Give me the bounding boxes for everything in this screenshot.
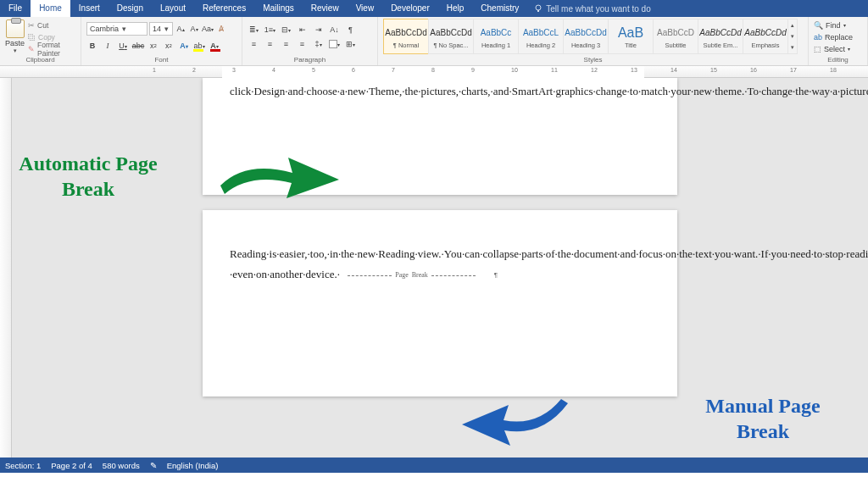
tell-me-label: Tell me what you want to do [546,4,650,14]
change-case-button[interactable]: Aa▾ [202,23,214,35]
annotation-automatic: Automatic Page Break [3,151,173,202]
copy-icon: ⿻ [28,33,36,42]
highlight-button[interactable]: ab▾ [193,40,205,52]
align-center-button[interactable]: ≡ [264,38,276,50]
multilevel-button[interactable]: ⊟▾ [280,24,292,36]
style-emphasis[interactable]: AaBbCcDdEmphasis [743,19,788,54]
clear-formatting-button[interactable]: A̷ [215,23,227,35]
document-body-text[interactable]: click·Design·and·choose·a·new·Theme,·the… [230,81,650,102]
style-title[interactable]: AaBTitle [608,19,654,54]
superscript-button[interactable]: x2 [163,40,175,52]
font-color-button[interactable]: A▾ [209,40,220,52]
show-marks-button[interactable]: ¶ [344,24,357,36]
ruler-tick: 9 [471,67,475,73]
tab-review[interactable]: Review [303,0,348,17]
line-spacing-button[interactable]: ‡▾ [312,38,325,50]
shrink-font-button[interactable]: A▾ [188,23,200,35]
tab-file[interactable]: File [0,0,31,17]
borders-button[interactable]: ⊞▾ [344,38,357,50]
ruler-tick: 18 [830,67,837,73]
style-heading-3[interactable]: AaBbCcDdHeading 3 [563,19,609,54]
horizontal-ruler[interactable]: 123456789101112131415161718 [0,66,868,78]
subscript-button[interactable]: x2 [147,40,159,52]
status-words[interactable]: 580 words [103,461,140,470]
document-body-text[interactable]: Reading·is·easier,·too,·in·the·new·Readi… [230,244,650,285]
font-name-combo[interactable]: Cambria▾ [86,22,147,36]
bullets-button[interactable]: ≣▾ [248,24,260,36]
ruler-tick: 1 [153,67,156,73]
tab-developer[interactable]: Developer [382,0,438,17]
ruler-tick: 13 [631,67,637,73]
find-button[interactable]: 🔍Find▾ [814,19,853,31]
ruler-tick: 4 [272,67,275,73]
annotation-manual: Manual Page Break [678,393,848,444]
style-subtle-em-[interactable]: AaBbCcDdSubtle Em... [698,19,743,54]
text-effects-button[interactable]: A▾ [178,40,190,52]
style--normal[interactable]: AaBbCcDd¶ Normal [383,19,429,54]
tab-mailings[interactable]: Mailings [254,0,303,17]
page-break-label: Page Break [395,269,428,282]
brush-icon: ✎ [28,45,35,53]
pilcrow-icon: ¶ [494,269,498,282]
styles-gallery[interactable]: AaBbCcDd¶ NormalAaBbCcDd¶ No Spac...AaBb… [383,19,803,54]
tab-view[interactable]: View [348,0,383,17]
status-section[interactable]: Section: 1 [5,461,41,470]
strikethrough-button[interactable]: abc [132,40,144,52]
align-right-button[interactable]: ≡ [280,38,292,50]
ruler-tick: 3 [232,67,236,73]
styles-group-label: Styles [383,55,803,65]
style-subtitle[interactable]: AaBbCcDSubtitle [653,19,698,54]
font-group-label: Font [86,55,236,65]
sort-button[interactable]: A↓ [328,24,341,36]
status-language[interactable]: English (India) [167,461,219,470]
proofing-icon[interactable]: ✎ [150,461,157,470]
select-label: Select [824,45,845,53]
style-heading-1[interactable]: AaBbCcHeading 1 [473,19,519,54]
font-name-value: Cambria [90,25,119,33]
scissors-icon: ✂ [28,21,35,30]
italic-button[interactable]: I [102,40,114,52]
tab-chemistry[interactable]: Chemistry [472,0,527,17]
ruler-tick: 8 [431,67,435,73]
tab-home[interactable]: Home [31,0,70,17]
tab-layout[interactable]: Layout [152,0,194,17]
styles-more-button[interactable]: ▴▾▾ [787,19,798,54]
editing-group-label: Editing [814,55,862,65]
style-heading-2[interactable]: AaBbCcLHeading 2 [518,19,564,54]
style--no-spac-[interactable]: AaBbCcDd¶ No Spac... [428,19,474,54]
numbering-button[interactable]: 1≡▾ [264,24,276,36]
arrow-left-icon [458,395,576,454]
tab-insert[interactable]: Insert [70,0,108,17]
ruler-tick: 2 [192,67,196,73]
increase-indent-button[interactable]: ⇥ [312,24,325,36]
format-painter-button[interactable]: ✎Format Painter [28,43,75,55]
cut-button[interactable]: ✂Cut [28,19,75,31]
tab-references[interactable]: References [194,0,254,17]
ruler-tick: 14 [670,67,677,73]
align-left-button[interactable]: ≡ [248,38,260,50]
underline-button[interactable]: U▾ [117,40,129,52]
replace-button[interactable]: abReplace [814,31,853,43]
shading-button[interactable]: ▾ [328,38,341,50]
grow-font-button[interactable]: A▴ [175,23,186,35]
tab-design[interactable]: Design [108,0,152,17]
page2-text: Reading·is·easier,·too,·in·the·new·Readi… [230,247,868,280]
justify-button[interactable]: ≡ [296,38,309,50]
status-page[interactable]: Page 2 of 4 [51,461,92,470]
cursor-icon: ⬚ [814,45,821,53]
tell-me-search[interactable]: Tell me what you want to do [534,4,650,14]
ruler-tick: 6 [352,67,355,73]
font-size-combo[interactable]: 14▾ [149,22,173,36]
tab-help[interactable]: Help [438,0,473,17]
paste-button[interactable]: Paste ▾ [5,19,28,54]
ruler-tick: 5 [312,67,315,73]
ruler-tick: 17 [790,67,797,73]
select-button[interactable]: ⬚Select▾ [814,43,853,55]
svg-rect-1 [537,10,539,12]
vertical-ruler[interactable] [0,78,12,458]
decrease-indent-button[interactable]: ⇤ [296,24,309,36]
document-page-2[interactable]: Reading·is·easier,·too,·in·the·new·Readi… [203,210,677,396]
chevron-down-icon: ▾ [164,25,169,33]
bold-button[interactable]: B [86,40,98,52]
lightbulb-icon [534,4,542,13]
